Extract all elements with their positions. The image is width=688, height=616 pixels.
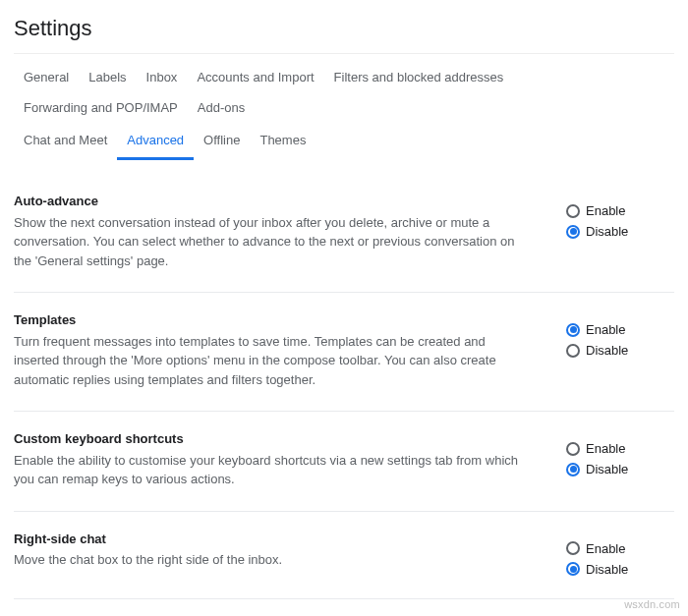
option-label: Enable	[586, 441, 625, 456]
right-side-chat-disable[interactable]: Disable	[566, 562, 674, 577]
option-label: Enable	[586, 203, 625, 218]
auto-advance-enable[interactable]: Enable	[566, 203, 674, 218]
row-title: Right-side chat	[14, 530, 527, 549]
row-templates: Templates Turn frequent messages into te…	[14, 293, 674, 412]
row-title: Custom keyboard shortcuts	[14, 429, 527, 449]
tab-chat-meet[interactable]: Chat and Meet	[14, 127, 117, 160]
radio-icon	[566, 463, 580, 476]
option-label: Enable	[586, 541, 625, 556]
row-unread-message-icon: Unread message icon See how many unread …	[14, 599, 674, 617]
auto-advance-disable[interactable]: Disable	[566, 224, 674, 239]
row-body: Show the next conversation instead of yo…	[14, 213, 527, 271]
tab-general[interactable]: General	[14, 64, 79, 94]
tab-inbox[interactable]: Inbox	[137, 64, 188, 94]
radio-icon	[566, 562, 580, 576]
page-title: Settings	[14, 16, 674, 41]
custom-keyboard-shortcuts-disable[interactable]: Disable	[566, 462, 674, 476]
tab-labels[interactable]: Labels	[79, 64, 136, 94]
watermark: wsxdn.com	[624, 598, 680, 610]
row-title: Templates	[14, 310, 527, 330]
option-label: Disable	[586, 562, 628, 577]
templates-enable[interactable]: Enable	[566, 322, 674, 337]
row-title: Auto-advance	[14, 192, 527, 211]
row-custom-keyboard-shortcuts: Custom keyboard shortcuts Enable the abi…	[14, 412, 674, 512]
tab-themes[interactable]: Themes	[250, 127, 315, 160]
option-label: Disable	[586, 343, 628, 358]
tab-offline[interactable]: Offline	[194, 127, 250, 160]
option-label: Enable	[586, 322, 625, 337]
row-auto-advance: Auto-advance Show the next conversation …	[14, 174, 674, 293]
option-label: Disable	[586, 462, 628, 476]
tab-filters[interactable]: Filters and blocked addresses	[324, 64, 514, 94]
radio-icon	[566, 225, 580, 239]
radio-icon	[566, 344, 580, 358]
radio-icon	[566, 442, 580, 456]
row-body: Turn frequent messages into templates to…	[14, 332, 527, 390]
row-body: Move the chat box to the right side of t…	[14, 550, 527, 570]
advanced-settings-list: Auto-advance Show the next conversation …	[14, 174, 674, 616]
radio-icon	[566, 541, 580, 555]
right-side-chat-enable[interactable]: Enable	[566, 541, 674, 556]
custom-keyboard-shortcuts-enable[interactable]: Enable	[566, 441, 674, 456]
tab-addons[interactable]: Add-ons	[188, 94, 255, 125]
settings-tabs-row2: Chat and Meet Advanced Offline Themes	[14, 125, 674, 160]
tab-accounts-import[interactable]: Accounts and Import	[187, 64, 323, 94]
radio-icon	[566, 323, 580, 337]
option-label: Disable	[586, 224, 628, 239]
tab-advanced[interactable]: Advanced	[117, 127, 194, 160]
settings-tabs-row1: General Labels Inbox Accounts and Import…	[14, 53, 674, 125]
row-body: Enable the ability to customise your key…	[14, 451, 527, 489]
row-right-side-chat: Right-side chat Move the chat box to the…	[14, 512, 674, 599]
radio-icon	[566, 204, 580, 218]
templates-disable[interactable]: Disable	[566, 343, 674, 358]
tab-forwarding[interactable]: Forwarding and POP/IMAP	[14, 94, 188, 125]
